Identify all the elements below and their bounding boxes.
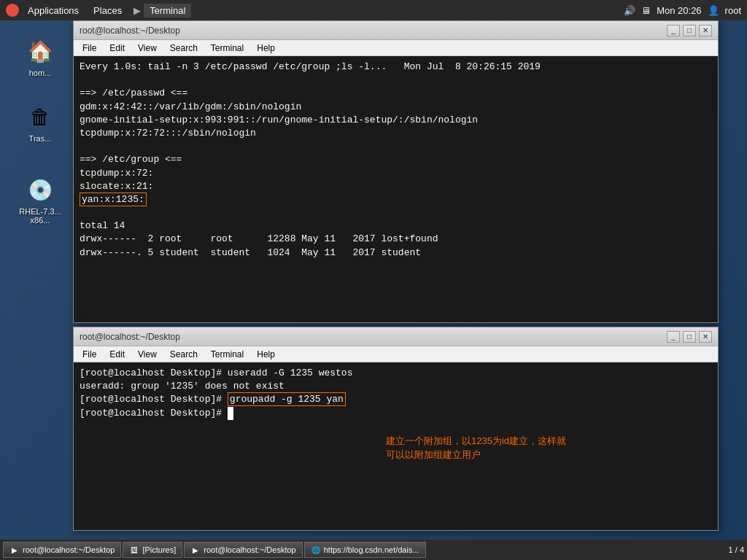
terminal-icon-1: ▶ xyxy=(9,545,20,555)
taskbar-right-info: 1 / 4 xyxy=(729,545,744,554)
term1-line-12: drwx------. 5 student student 1024 May 1… xyxy=(80,246,712,260)
term1-terminal-menu[interactable]: Terminal xyxy=(205,42,249,55)
term2-line-4: [root@localhost Desktop]# xyxy=(80,407,712,420)
term1-line-5: tcpdump:x:72:72:::/sbin/nologin xyxy=(80,127,712,140)
time-display: Mon 20:26 xyxy=(657,5,701,16)
term2-view-menu[interactable]: View xyxy=(132,348,163,361)
highlighted-groupadd-cmd: groupadd -g 1235 yan xyxy=(228,392,346,406)
terminal-content-1: Every 1.0s: tail -n 3 /etc/passwd /etc/g… xyxy=(74,56,718,321)
taskbar-btn-4-label: https://blog.csdn.net/dais... xyxy=(324,545,419,554)
home-icon-label: hom... xyxy=(29,69,52,77)
terminal-content-2: [root@localhost Desktop]# useradd -G 123… xyxy=(74,362,718,529)
minimize-button-1[interactable]: _ xyxy=(667,25,680,36)
user-label: root xyxy=(725,5,741,16)
term2-help-menu[interactable]: Help xyxy=(251,348,281,361)
app-icon xyxy=(6,4,19,17)
page-info: 1 / 4 xyxy=(729,545,744,554)
term2-edit-menu[interactable]: Edit xyxy=(104,348,131,361)
desktop: 🏠 hom... 🗑 Tras... 💿 RHEL-7.3...x86... r… xyxy=(0,20,747,540)
terminal-title-1: root@localhost:~/Desktop xyxy=(80,26,180,36)
desktop-icon-trash[interactable]: 🗑 Tras... xyxy=(15,101,66,143)
annotation-line-2: 可以以附加组建立用户 xyxy=(386,449,481,460)
terminal-menu-item[interactable]: Terminal xyxy=(144,4,191,18)
close-button-1[interactable]: ✕ xyxy=(699,25,712,36)
terminal-title-2: root@localhost:~/Desktop xyxy=(80,332,180,342)
terminal-titlebar-2: root@localhost:~/Desktop _ □ ✕ xyxy=(74,327,718,346)
term1-line-6: ==> /etc/group <== xyxy=(80,153,712,166)
term1-line-2: ==> /etc/passwd <== xyxy=(80,87,712,100)
term1-line-8: slocate:x:21: xyxy=(80,180,712,193)
term2-line-2: useradd: group '1235' does not exist xyxy=(80,380,712,393)
maximize-button-1[interactable]: □ xyxy=(683,25,696,36)
taskbar-top: Applications Places ▶ Terminal 🔊 🖥 Mon 2… xyxy=(0,0,747,20)
annotation-block: 建立一个附加组，以1235为id建立，这样就 可以以附加组建立用户 xyxy=(386,434,712,462)
term1-line-4: gnome-initial-setup:x:993:991::/run/gnom… xyxy=(80,114,712,127)
terminal-menubar-1: File Edit View Search Terminal Help xyxy=(74,40,718,56)
term1-view-menu[interactable]: View xyxy=(132,42,163,55)
term1-line-blank2 xyxy=(80,140,712,153)
home-icon: 🏠 xyxy=(24,35,56,67)
terminal-menubar-2: File Edit View Search Terminal Help xyxy=(74,346,718,362)
volume-icon: 🔊 xyxy=(624,5,635,16)
close-button-2[interactable]: ✕ xyxy=(699,331,712,343)
term1-help-menu[interactable]: Help xyxy=(251,42,281,55)
taskbar-btn-1[interactable]: ▶ root@localhost:~/Desktop xyxy=(3,542,121,558)
term1-search-menu[interactable]: Search xyxy=(164,42,204,55)
term1-file-menu[interactable]: File xyxy=(77,42,102,55)
term1-line-3: gdm:x:42:42::/var/lib/gdm:/sbin/nologin xyxy=(80,101,712,114)
user-icon: 👤 xyxy=(708,5,719,16)
terminal-window-2: root@localhost:~/Desktop _ □ ✕ File Edit… xyxy=(73,327,719,531)
taskbar-top-left: Applications Places ▶ Terminal xyxy=(6,4,191,18)
taskbar-btn-4[interactable]: 🌐 https://blog.csdn.net/dais... xyxy=(304,542,426,558)
terminal-indicator: ▶ xyxy=(133,5,141,16)
highlighted-yan-group: yan:x:1235: xyxy=(80,192,147,206)
taskbar-top-right: 🔊 🖥 Mon 20:26 👤 root xyxy=(624,5,741,16)
browser-icon: 🌐 xyxy=(311,545,321,555)
maximize-button-2[interactable]: □ xyxy=(683,331,696,343)
terminal-window-1: root@localhost:~/Desktop _ □ ✕ File Edit… xyxy=(73,20,719,323)
terminal-titlebar-1: root@localhost:~/Desktop _ □ ✕ xyxy=(74,21,718,40)
term1-line-10: total 14 xyxy=(80,219,712,233)
term1-line-1: Every 1.0s: tail -n 3 /etc/passwd /etc/g… xyxy=(80,61,712,74)
taskbar-btn-2[interactable]: 🖼 [Pictures] xyxy=(123,542,182,558)
places-menu[interactable]: Places xyxy=(88,4,128,18)
window-controls-2: _ □ ✕ xyxy=(667,331,712,343)
dvd-icon: 💿 xyxy=(24,174,56,206)
terminal-icon-2: ▶ xyxy=(190,545,201,555)
term1-line-blank1 xyxy=(80,74,712,87)
term1-line-blank3 xyxy=(80,206,712,219)
minimize-button-2[interactable]: _ xyxy=(667,331,680,343)
taskbar-btn-1-label: root@localhost:~/Desktop xyxy=(23,545,115,554)
annotation-line-1: 建立一个附加组，以1235为id建立，这样就 xyxy=(386,435,566,446)
term1-line-7: tcpdump:x:72: xyxy=(80,167,712,180)
term2-line-1: [root@localhost Desktop]# useradd -G 123… xyxy=(80,367,712,380)
pictures-icon: 🖼 xyxy=(129,545,139,555)
taskbar-bottom: ▶ root@localhost:~/Desktop 🖼 [Pictures] … xyxy=(0,540,747,560)
term2-terminal-menu[interactable]: Terminal xyxy=(205,348,249,361)
term2-file-menu[interactable]: File xyxy=(77,348,102,361)
taskbar-btn-3-label: root@localhost:~/Desktop xyxy=(204,545,295,554)
display-icon: 🖥 xyxy=(641,5,651,16)
term1-line-11: drwx------ 2 root root 12288 May 11 2017… xyxy=(80,233,712,246)
term1-edit-menu[interactable]: Edit xyxy=(104,42,131,55)
term1-line-9: yan:x:1235: xyxy=(80,193,712,206)
taskbar-btn-2-label: [Pictures] xyxy=(142,545,176,554)
term2-line-3: [root@localhost Desktop]# groupadd -g 12… xyxy=(80,393,712,406)
applications-menu[interactable]: Applications xyxy=(22,4,85,18)
trash-icon: 🗑 xyxy=(24,101,56,133)
trash-icon-label: Tras... xyxy=(29,134,52,143)
desktop-icon-dvd[interactable]: 💿 RHEL-7.3...x86... xyxy=(15,174,66,225)
desktop-icon-home[interactable]: 🏠 hom... xyxy=(15,35,66,77)
window-controls-1: _ □ ✕ xyxy=(667,25,712,36)
dvd-icon-label: RHEL-7.3...x86... xyxy=(19,207,61,225)
term2-search-menu[interactable]: Search xyxy=(164,348,204,361)
taskbar-btn-3[interactable]: ▶ root@localhost:~/Desktop xyxy=(184,542,302,558)
